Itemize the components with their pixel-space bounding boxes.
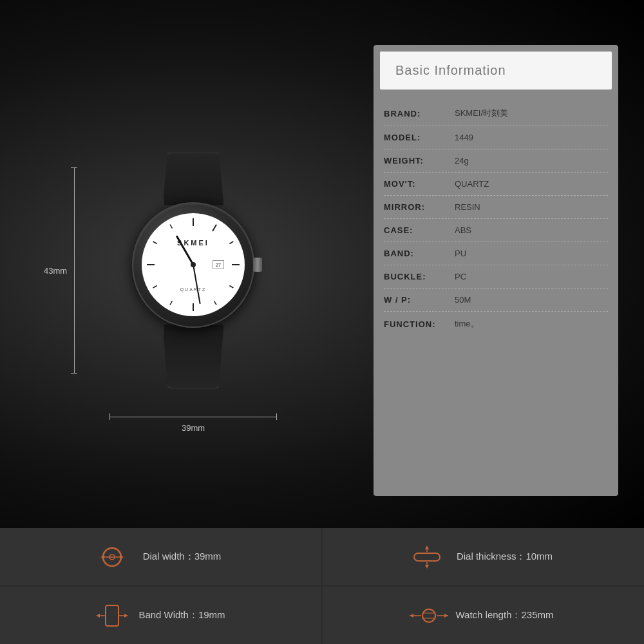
svg-line-10: [153, 242, 157, 244]
spec-cell-dial-thickness: Dial thickness：10mm: [323, 528, 644, 585]
info-row: MODEL:1449: [384, 126, 608, 149]
svg-rect-17: [414, 553, 440, 561]
svg-rect-28: [422, 613, 435, 618]
band-bottom: [163, 325, 224, 389]
date-window: 27: [213, 260, 224, 269]
info-rows: BRAND:SKMEI/时刻美MODEL:1449WEIGHT:24gMOV'T…: [374, 96, 618, 346]
spec-key: CASE:: [384, 225, 455, 235]
svg-marker-21: [425, 565, 429, 569]
svg-marker-25: [96, 614, 100, 618]
spec-value: SKMEI/时刻美: [455, 108, 508, 119]
spec-key: BUCKLE:: [384, 272, 455, 281]
spec-value: time。: [455, 318, 479, 330]
svg-marker-26: [124, 614, 128, 618]
spec-cell-dial-width: Dial width：39mm: [0, 528, 321, 585]
spec-value: 1449: [455, 133, 473, 142]
info-row: BUCKLE:PC: [384, 265, 608, 289]
svg-line-5: [214, 301, 217, 305]
spec-value: RESIN: [455, 202, 480, 212]
info-row: FUNCTION:time。: [384, 312, 608, 336]
svg-line-11: [170, 225, 173, 229]
svg-line-1: [213, 225, 216, 231]
spec-key: BRAND:: [384, 109, 455, 118]
center-dot: [191, 262, 196, 267]
info-header: Basic Information: [380, 52, 612, 90]
dial-width-label: Dial width：39mm: [143, 551, 222, 563]
top-section: 43mm: [0, 0, 644, 528]
svg-rect-22: [106, 605, 118, 626]
width-dimension-label: 39mm: [182, 423, 205, 433]
spec-key: MODEL:: [384, 133, 455, 142]
watch-length-icon: [413, 603, 445, 629]
info-panel: Basic Information BRAND:SKMEI/时刻美MODEL:1…: [374, 45, 618, 496]
spec-key: MIRROR:: [384, 202, 455, 212]
spec-key: W / P:: [384, 295, 455, 305]
info-row: BRAND:SKMEI/时刻美: [384, 101, 608, 126]
svg-point-27: [422, 609, 435, 622]
svg-line-7: [170, 301, 173, 305]
band-top: [163, 153, 224, 205]
crown: [253, 258, 262, 272]
svg-line-4: [229, 286, 233, 289]
spec-value: PU: [455, 249, 466, 258]
band-width-icon: [96, 603, 128, 629]
spec-key: BAND:: [384, 249, 455, 258]
watch: SKMEI 27 QUARTZ: [116, 148, 270, 393]
info-title: Basic Information: [395, 63, 506, 77]
bottom-section: Dial width：39mm Dial thickness：10mm: [0, 528, 644, 644]
watch-dial: SKMEI 27 QUARTZ: [142, 213, 245, 316]
dial-thickness-icon: [414, 544, 446, 570]
dial-width-icon: [100, 544, 133, 570]
svg-line-2: [229, 242, 233, 244]
spec-cell-band-width: Band Width：19mm: [0, 587, 321, 644]
spec-value: PC: [455, 272, 466, 281]
spec-key: MOV'T:: [384, 179, 455, 189]
spec-value: QUARTZ: [455, 179, 489, 189]
dial-thickness-label: Dial thickness：10mm: [457, 551, 553, 563]
date-value: 27: [216, 263, 221, 267]
spec-value: 24g: [455, 156, 469, 166]
spec-value: ABS: [455, 225, 471, 235]
spec-key: WEIGHT:: [384, 156, 455, 166]
info-row: MIRROR:RESIN: [384, 196, 608, 219]
watch-type-label: QUARTZ: [180, 287, 207, 292]
band-width-label: Band Width：19mm: [138, 609, 225, 621]
svg-line-8: [153, 286, 157, 289]
spec-value: 50M: [455, 295, 471, 305]
main-container: 43mm: [0, 0, 644, 644]
watch-case: SKMEI 27 QUARTZ: [132, 202, 254, 328]
info-row: WEIGHT:24g: [384, 149, 608, 173]
spec-key: FUNCTION:: [384, 319, 455, 329]
info-row: MOV'T:QUARTZ: [384, 173, 608, 196]
spec-cell-watch-length: Watch length：235mm: [323, 587, 644, 644]
svg-marker-20: [425, 545, 429, 549]
svg-marker-32: [444, 614, 448, 618]
height-dimension-label: 43mm: [44, 266, 67, 276]
svg-marker-31: [410, 614, 413, 618]
info-row: BAND:PU: [384, 242, 608, 265]
info-row: CASE:ABS: [384, 219, 608, 242]
watch-length-label: Watch length：235mm: [455, 609, 553, 621]
info-row: W / P:50M: [384, 289, 608, 312]
watch-area: 43mm: [13, 26, 374, 515]
